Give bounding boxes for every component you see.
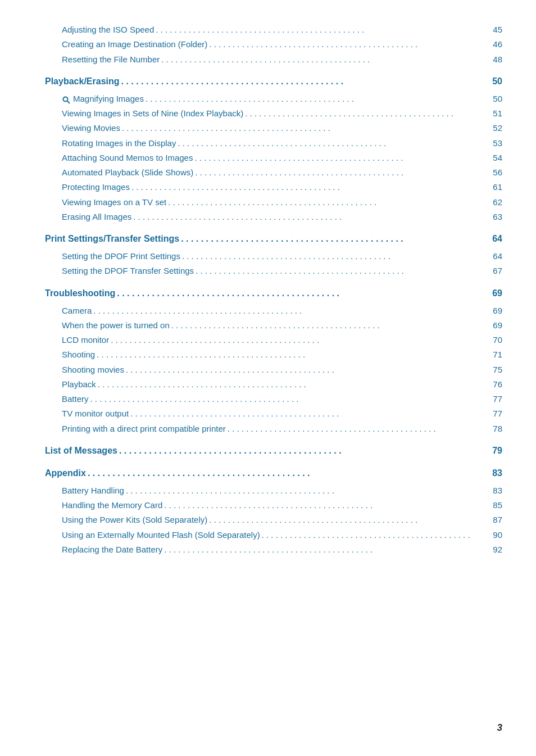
search-icon xyxy=(62,94,71,103)
toc-item-list-of-messages[interactable]: List of Messages . . . . . . . . . . . .… xyxy=(45,443,502,459)
toc-item-protecting-images[interactable]: Protecting Images . . . . . . . . . . . … xyxy=(45,180,502,194)
toc-item-playback-erasing[interactable]: Playback/Erasing . . . . . . . . . . . .… xyxy=(45,74,502,89)
svg-line-1 xyxy=(67,101,70,103)
toc-item-viewing-sets[interactable]: Viewing Images in Sets of Nine (Index Pl… xyxy=(45,106,502,121)
toc-item-resetting-file[interactable]: Resetting the File Number . . . . . . . … xyxy=(45,52,502,67)
toc-item-using-externally[interactable]: Using an Externally Mounted Flash (Sold … xyxy=(45,528,502,542)
toc-item-battery-handling[interactable]: Battery Handling . . . . . . . . . . . .… xyxy=(45,483,502,498)
toc-item-erasing-all[interactable]: Erasing All Images . . . . . . . . . . .… xyxy=(45,210,502,224)
toc-item-troubleshooting[interactable]: Troubleshooting . . . . . . . . . . . . … xyxy=(45,286,502,301)
toc-item-handling-memory[interactable]: Handling the Memory Card . . . . . . . .… xyxy=(45,498,502,513)
toc-item-viewing-tv[interactable]: Viewing Images on a TV set . . . . . . .… xyxy=(45,195,502,210)
toc-item-setting-dpof-print[interactable]: Setting the DPOF Print Settings . . . . … xyxy=(45,249,502,264)
toc-item-magnifying-images[interactable]: Magnifying Images . . . . . . . . . . . … xyxy=(45,92,502,106)
toc-item-printing-direct[interactable]: Printing with a direct print compatible … xyxy=(45,422,502,436)
toc-item-print-settings[interactable]: Print Settings/Transfer Settings . . . .… xyxy=(45,231,502,247)
svg-point-0 xyxy=(63,97,68,101)
toc-container: Adjusting the ISO Speed . . . . . . . . … xyxy=(45,22,502,557)
toc-item-rotating-images[interactable]: Rotating Images in the Display . . . . .… xyxy=(45,136,502,151)
toc-item-viewing-movies[interactable]: Viewing Movies . . . . . . . . . . . . .… xyxy=(45,121,502,135)
toc-item-tv-monitor-output[interactable]: TV monitor output . . . . . . . . . . . … xyxy=(45,406,502,421)
toc-item-lcd-monitor[interactable]: LCD monitor . . . . . . . . . . . . . . … xyxy=(45,333,502,347)
toc-item-creating-destination[interactable]: Creating an Image Destination (Folder) .… xyxy=(45,37,502,52)
toc-item-playback[interactable]: Playback . . . . . . . . . . . . . . . .… xyxy=(45,377,502,392)
toc-item-attaching-sound[interactable]: Attaching Sound Memos to Images . . . . … xyxy=(45,151,502,165)
toc-item-battery[interactable]: Battery . . . . . . . . . . . . . . . . … xyxy=(45,392,502,406)
toc-item-shooting[interactable]: Shooting . . . . . . . . . . . . . . . .… xyxy=(45,347,502,362)
toc-item-replacing-date[interactable]: Replacing the Date Battery . . . . . . .… xyxy=(45,542,502,557)
toc-item-power-turned-on[interactable]: When the power is turned on . . . . . . … xyxy=(45,318,502,333)
toc-item-setting-dpof-transfer[interactable]: Setting the DPOF Transfer Settings . . .… xyxy=(45,264,502,278)
toc-item-automated-playback[interactable]: Automated Playback (Slide Shows) . . . .… xyxy=(45,165,502,180)
toc-item-shooting-movies[interactable]: Shooting movies . . . . . . . . . . . . … xyxy=(45,363,502,377)
toc-item-camera[interactable]: Camera . . . . . . . . . . . . . . . . .… xyxy=(45,304,502,318)
toc-item-using-power-kits[interactable]: Using the Power Kits (Sold Separately) .… xyxy=(45,513,502,527)
toc-item-appendix[interactable]: Appendix . . . . . . . . . . . . . . . .… xyxy=(45,465,502,481)
page-number: 3 xyxy=(497,722,502,734)
toc-item-adjusting-iso[interactable]: Adjusting the ISO Speed . . . . . . . . … xyxy=(45,22,502,37)
